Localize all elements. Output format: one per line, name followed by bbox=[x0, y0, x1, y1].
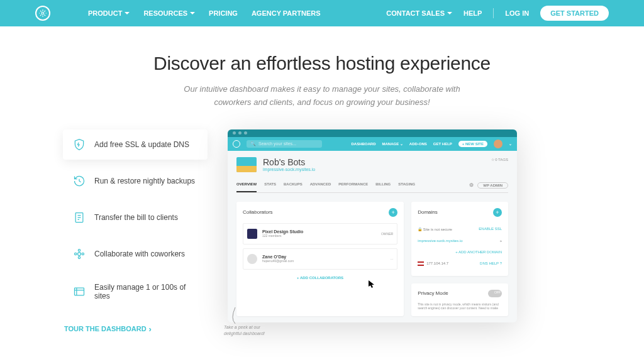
dash-nav-dashboard[interactable]: DASHBOARD bbox=[351, 142, 375, 146]
svg-point-3 bbox=[75, 253, 77, 255]
nav-agency-partners[interactable]: AGENCY PARTNERS bbox=[252, 9, 321, 17]
nav-left: PRODUCT RESOURCES PRICING AGENCY PARTNER… bbox=[88, 9, 321, 17]
nav-pricing[interactable]: PRICING bbox=[209, 9, 238, 17]
tab-stats[interactable]: STATS bbox=[264, 182, 276, 189]
collab-name: Zane O'Day bbox=[262, 255, 294, 259]
avatar[interactable] bbox=[494, 140, 502, 148]
collaborator-row[interactable]: Pixel Design Studio122 members OWNER bbox=[243, 223, 397, 244]
content-area: Add free SSL & update DNS Run & restore … bbox=[0, 129, 644, 334]
svg-point-6 bbox=[78, 256, 80, 258]
site-header: Rob's Bots impressive-sock.mysites.io ☆ … bbox=[236, 157, 508, 172]
divider bbox=[493, 8, 494, 18]
site-name: Rob's Bots bbox=[263, 157, 315, 167]
nav-product[interactable]: PRODUCT bbox=[88, 9, 130, 17]
search-input[interactable]: 🔍Search your sites... bbox=[247, 140, 322, 148]
dashboard-preview-wrapper: 🔍Search your sites... DASHBOARD MANAGE ⌄… bbox=[228, 129, 581, 322]
add-domain-icon[interactable]: + bbox=[493, 208, 502, 217]
tab-overview[interactable]: OVERVIEW bbox=[236, 182, 257, 192]
chevron-right-icon: › bbox=[149, 324, 152, 334]
receipt-icon bbox=[72, 210, 87, 225]
nav-right: CONTACT SALES HELP LOG IN GET STARTED bbox=[386, 6, 609, 21]
logo-icon[interactable] bbox=[35, 6, 50, 21]
feature-backups[interactable]: Run & restore nightly backups bbox=[63, 166, 208, 196]
chevron-down-icon bbox=[190, 12, 195, 14]
tab-backups[interactable]: BACKUPS bbox=[284, 182, 303, 189]
privacy-toggle[interactable] bbox=[488, 290, 502, 297]
wp-admin-button[interactable]: WP ADMIN bbox=[477, 182, 508, 189]
panel-title: Domains bbox=[418, 209, 438, 215]
hero-title: Discover an effortless hosting experienc… bbox=[0, 53, 644, 74]
flag-icon bbox=[418, 261, 424, 266]
svg-point-2 bbox=[78, 252, 81, 255]
sites-icon bbox=[72, 284, 87, 299]
privacy-description: This site is not in privacy mode, which … bbox=[418, 302, 502, 310]
arrow-icon: » bbox=[500, 239, 502, 243]
svg-point-0 bbox=[42, 12, 44, 14]
add-collaborator-icon[interactable]: + bbox=[389, 208, 397, 217]
nav-contact-sales[interactable]: CONTACT SALES bbox=[386, 9, 452, 17]
tab-performance[interactable]: PERFORMANCE bbox=[338, 182, 368, 189]
site-tabs: OVERVIEW STATS BACKUPS ADVANCED PERFORMA… bbox=[236, 182, 508, 193]
org-avatar-icon bbox=[247, 229, 257, 239]
top-navigation-bar: PRODUCT RESOURCES PRICING AGENCY PARTNER… bbox=[0, 0, 644, 26]
chevron-down-icon bbox=[125, 12, 130, 14]
collab-sub: hopeno40@gmail.com bbox=[262, 259, 294, 263]
svg-point-4 bbox=[82, 253, 84, 255]
collab-role: OWNER bbox=[381, 232, 393, 236]
chevron-down-icon bbox=[447, 12, 452, 14]
enable-ssl-link[interactable]: ENABLE SSL bbox=[479, 227, 502, 231]
add-another-domain-link[interactable]: + ADD ANOTHER DOMAIN bbox=[455, 250, 502, 254]
tags-label[interactable]: ☆ 0 TAGS bbox=[491, 157, 508, 162]
tab-billing[interactable]: BILLING bbox=[375, 182, 391, 189]
feature-label: Easily manage 1 or 100s of sites bbox=[94, 283, 199, 300]
shield-icon bbox=[72, 137, 87, 152]
feature-ssl-dns[interactable]: Add free SSL & update DNS bbox=[63, 129, 208, 160]
domain-url[interactable]: impressive-sock.mysites.io bbox=[418, 239, 462, 243]
chevron-down-icon: ⌄ bbox=[509, 141, 512, 146]
arrow-annotation-icon bbox=[229, 306, 242, 325]
collab-name: Pixel Design Studio bbox=[262, 229, 303, 234]
search-icon: 🔍 bbox=[250, 141, 256, 146]
tab-staging[interactable]: STAGING bbox=[398, 182, 415, 189]
more-icon[interactable]: ··· bbox=[391, 257, 393, 261]
new-site-button[interactable]: + NEW SITE bbox=[458, 141, 487, 147]
panel-title: Collaborators bbox=[243, 209, 273, 215]
collaborator-row[interactable]: Zane O'Dayhopeno40@gmail.com ··· bbox=[243, 248, 397, 270]
dashboard-logo-icon[interactable] bbox=[233, 140, 240, 148]
nav-help[interactable]: HELP bbox=[464, 9, 482, 17]
feature-list: Add free SSL & update DNS Run & restore … bbox=[63, 129, 208, 334]
dashboard-preview: 🔍Search your sites... DASHBOARD MANAGE ⌄… bbox=[228, 129, 517, 322]
dns-help-link[interactable]: DNS HELP ? bbox=[480, 261, 502, 266]
feature-label: Collaborate with coworkers bbox=[94, 250, 185, 258]
feature-label: Add free SSL & update DNS bbox=[94, 140, 189, 149]
nav-login[interactable]: LOG IN bbox=[505, 9, 529, 17]
dashboard-nav: DASHBOARD MANAGE ⌄ ADD-ONS GET HELP + NE… bbox=[351, 140, 512, 148]
feature-collaborate[interactable]: Collaborate with coworkers bbox=[63, 239, 208, 269]
feature-manage-sites[interactable]: Easily manage 1 or 100s of sites bbox=[63, 275, 208, 308]
secure-status: 🔒 Site is not secure bbox=[418, 227, 452, 231]
window-chrome bbox=[228, 129, 517, 137]
collab-sub: 122 members bbox=[262, 234, 303, 238]
gear-icon[interactable]: ⚙ bbox=[469, 182, 474, 188]
hero-section: Discover an effortless hosting experienc… bbox=[0, 53, 644, 109]
panel-title: Privacy Mode bbox=[418, 290, 448, 296]
site-url[interactable]: impressive-sock.mysites.io bbox=[263, 167, 315, 172]
svg-point-5 bbox=[78, 249, 80, 251]
feature-transfer-bill[interactable]: Transfer the bill to clients bbox=[63, 202, 208, 233]
dash-nav-manage[interactable]: MANAGE ⌄ bbox=[382, 141, 402, 146]
dashboard-topbar: 🔍Search your sites... DASHBOARD MANAGE ⌄… bbox=[228, 137, 517, 151]
tab-advanced[interactable]: ADVANCED bbox=[310, 182, 331, 189]
get-started-button[interactable]: GET STARTED bbox=[540, 6, 609, 21]
tour-dashboard-link[interactable]: TOUR THE DASHBOARD› bbox=[63, 324, 208, 334]
privacy-panel: Privacy Mode This site is not in privacy… bbox=[411, 283, 508, 316]
nav-resources[interactable]: RESOURCES bbox=[143, 9, 195, 17]
team-icon bbox=[72, 246, 87, 261]
dash-nav-addons[interactable]: ADD-ONS bbox=[409, 142, 427, 146]
dashboard-body: Rob's Bots impressive-sock.mysites.io ☆ … bbox=[228, 151, 517, 322]
domains-panel: Domains+ 🔒 Site is not secureENABLE SSL … bbox=[411, 202, 508, 276]
dash-nav-help[interactable]: GET HELP bbox=[433, 142, 452, 146]
feature-label: Run & restore nightly backups bbox=[94, 177, 195, 185]
site-thumbnail bbox=[236, 157, 257, 172]
ip-address: 177.104.14.7 bbox=[426, 261, 448, 265]
restore-icon bbox=[72, 173, 87, 189]
